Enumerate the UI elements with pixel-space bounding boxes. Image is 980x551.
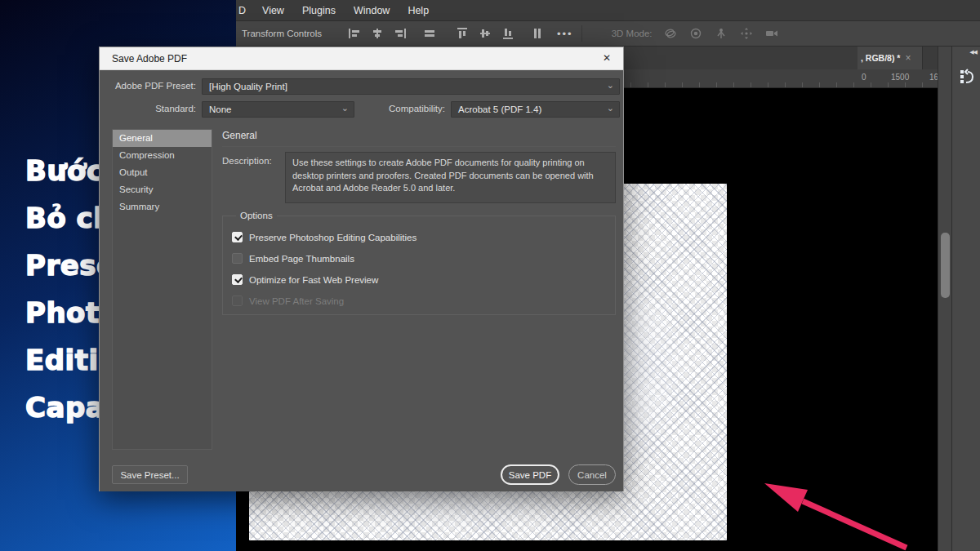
save-pdf-button[interactable]: Save PDF [501, 464, 559, 485]
preset-dropdown[interactable]: [High Quality Print] ⌄ [202, 78, 620, 95]
align-top-icon[interactable] [454, 25, 470, 42]
standard-label: Standard: [100, 104, 196, 113]
screenshot-root: Bước 4: Bỏ chọn Preserve Photoshop Editi… [0, 0, 980, 551]
chevron-down-icon: ⌄ [607, 80, 614, 91]
align-center-horizontal-icon[interactable] [369, 25, 385, 42]
menu-view[interactable]: View [253, 5, 293, 16]
options-group: Options Preserve Photoshop Editing Capab… [222, 216, 616, 315]
checkbox-icon[interactable] [232, 253, 243, 264]
align-middle-vertical-icon[interactable] [477, 25, 493, 42]
toolbar-separator [581, 25, 582, 42]
checkbox-icon [232, 295, 243, 306]
align-left-icon[interactable] [346, 25, 363, 42]
collapse-panels-icon[interactable]: ◀◀ [969, 49, 977, 56]
category-compression[interactable]: Compression [113, 147, 212, 164]
distribute-vertical-icon[interactable] [529, 25, 546, 42]
history-panel-icon[interactable] [956, 66, 978, 91]
slide-3d-icon[interactable] [738, 25, 755, 42]
menu-3d[interactable]: D [236, 5, 253, 16]
menu-bar: D View Plugins Window Help [236, 0, 980, 20]
checkbox-preserve-editing[interactable]: Preserve Photoshop Editing Capabilities [232, 231, 416, 243]
scrollbar-thumb[interactable] [941, 233, 950, 298]
document-tab-active[interactable]: , RGB/8) * × [858, 47, 923, 69]
more-options-icon[interactable]: ••• [557, 28, 573, 40]
distribute-horizontal-icon[interactable] [421, 25, 438, 42]
preset-value: [High Quality Print] [209, 82, 287, 91]
checkbox-label: Optimize for Fast Web Preview [249, 275, 378, 285]
save-preset-button[interactable]: Save Preset... [112, 465, 188, 484]
menu-window[interactable]: Window [345, 5, 399, 16]
checkbox-icon[interactable] [232, 232, 243, 242]
roll-3d-icon[interactable] [688, 25, 704, 42]
align-bottom-icon[interactable] [500, 25, 516, 42]
checkbox-label: View PDF After Saving [249, 296, 344, 306]
category-list: General Compression Output Security Summ… [112, 129, 212, 450]
camera-3d-icon[interactable] [764, 25, 780, 42]
preset-label: Adobe PDF Preset: [100, 81, 196, 91]
checkbox-label: Preserve Photoshop Editing Capabilities [249, 233, 416, 242]
checkbox-view-pdf-after-saving: View PDF After Saving [232, 295, 344, 307]
category-security[interactable]: Security [113, 181, 212, 198]
panel-dock: ◀◀ [951, 47, 980, 551]
dialog-title: Save Adobe PDF [112, 53, 187, 64]
compatibility-label: Compatibility: [373, 104, 445, 113]
close-tab-icon[interactable]: × [905, 52, 911, 64]
category-summary[interactable]: Summary [113, 198, 212, 216]
3d-mode-label: 3D Mode: [612, 29, 653, 38]
description-label: Description: [222, 156, 272, 166]
orbit-3d-icon[interactable] [662, 25, 679, 42]
pan-3d-icon[interactable] [713, 25, 729, 42]
vertical-scrollbar[interactable] [938, 47, 951, 551]
menu-help[interactable]: Help [399, 5, 438, 16]
transform-controls-label: Transform Controls [242, 29, 322, 38]
align-right-icon[interactable] [392, 25, 408, 42]
menu-plugins[interactable]: Plugins [293, 5, 345, 16]
pane-divider [222, 146, 616, 147]
align-tools-group [346, 25, 438, 42]
dialog-body: Adobe PDF Preset: [High Quality Print] ⌄… [100, 70, 623, 491]
checkbox-label: Embed Page Thumbnails [249, 254, 354, 264]
compatibility-dropdown[interactable]: Acrobat 5 (PDF 1.4) ⌄ [451, 101, 620, 118]
checkbox-optimize-web-preview[interactable]: Optimize for Fast Web Preview [232, 273, 378, 286]
cancel-button[interactable]: Cancel [568, 464, 616, 485]
chevron-down-icon: ⌄ [341, 103, 349, 113]
description-text: Use these settings to create Adobe PDF d… [285, 152, 616, 203]
distribute-tools-group [454, 25, 546, 42]
options-bar: Transform Controls [236, 20, 980, 47]
pane-title: General [222, 130, 257, 141]
close-icon[interactable]: ✕ [603, 52, 611, 64]
dialog-title-bar[interactable]: Save Adobe PDF ✕ [100, 47, 623, 70]
compatibility-value: Acrobat 5 (PDF 1.4) [458, 104, 541, 114]
checkbox-embed-thumbnails[interactable]: Embed Page Thumbnails [232, 252, 354, 264]
standard-dropdown[interactable]: None ⌄ [202, 101, 354, 118]
3d-mode-icons-group [662, 25, 780, 42]
save-adobe-pdf-dialog: Save Adobe PDF ✕ Adobe PDF Preset: [High… [99, 47, 624, 491]
options-legend: Options [236, 211, 277, 220]
checkbox-icon[interactable] [232, 274, 243, 285]
category-output[interactable]: Output [113, 164, 212, 181]
standard-value: None [209, 104, 232, 114]
category-general[interactable]: General [113, 130, 212, 147]
tab-label: , RGB/8) * [861, 53, 900, 63]
ruler-tick-label: 0 [862, 73, 866, 82]
chevron-down-icon: ⌄ [607, 103, 614, 113]
ruler-tick-label: 1500 [891, 73, 909, 82]
